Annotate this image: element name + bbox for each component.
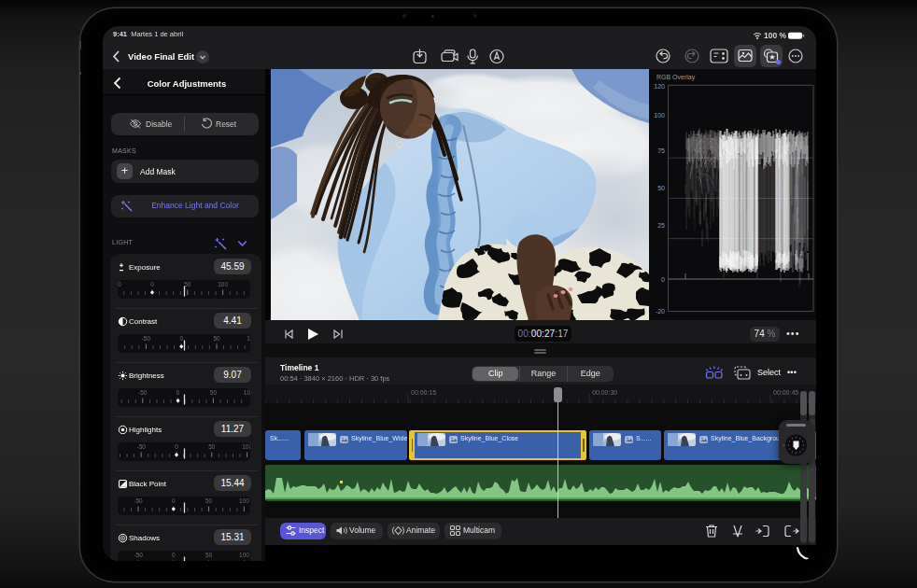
svg-text:100: 100 (242, 443, 250, 450)
svg-text:00:00:15: 00:00:15 (411, 389, 436, 396)
svg-text:0: 0 (150, 281, 154, 287)
svg-text:50: 50 (210, 389, 218, 396)
svg-text:-20: -20 (656, 308, 665, 315)
svg-text:-50: -50 (118, 281, 121, 287)
svg-text:-50: -50 (142, 335, 151, 342)
svg-text:00:00:45: 00:00:45 (773, 389, 798, 396)
svg-text:50: 50 (205, 552, 213, 558)
svg-text:50: 50 (208, 443, 216, 450)
svg-text:50: 50 (184, 281, 191, 287)
svg-text:-50: -50 (134, 552, 143, 558)
svg-text:-50: -50 (134, 497, 143, 504)
svg-text:50: 50 (213, 335, 220, 342)
svg-text:0: 0 (172, 497, 176, 504)
svg-text:0: 0 (172, 552, 176, 558)
svg-text:50: 50 (205, 497, 213, 504)
svg-text:-50: -50 (138, 389, 148, 396)
svg-text:0: 0 (179, 335, 183, 342)
svg-text:0: 0 (176, 389, 180, 396)
svg-text:25: 25 (657, 222, 665, 229)
svg-text:100: 100 (239, 497, 249, 504)
svg-text:0: 0 (175, 443, 178, 450)
svg-text:75: 75 (657, 147, 665, 154)
svg-text:00:00:30: 00:00:30 (592, 389, 617, 396)
svg-text:0: 0 (661, 276, 665, 283)
svg-text:100: 100 (239, 552, 249, 558)
svg-text:-50: -50 (136, 443, 146, 450)
svg-text:100 %: 100 % (764, 31, 787, 40)
svg-text:100: 100 (247, 335, 250, 342)
svg-text:120: 120 (654, 83, 665, 90)
svg-text:100: 100 (218, 281, 228, 287)
svg-text:100: 100 (244, 389, 250, 396)
svg-text:100: 100 (654, 112, 665, 119)
svg-text:50: 50 (657, 185, 665, 191)
